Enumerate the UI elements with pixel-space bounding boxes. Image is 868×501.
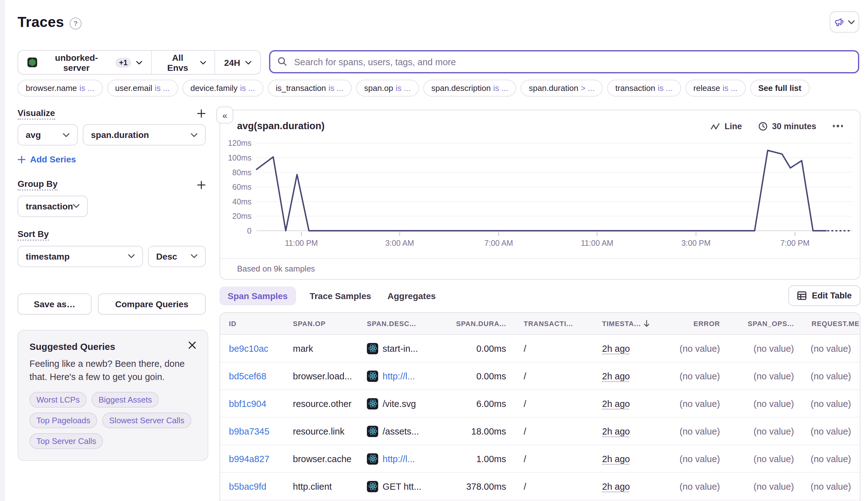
tab-aggregates[interactable]: Aggregates <box>385 286 438 305</box>
chip-condition: > ... <box>581 83 594 93</box>
column-header-request_method[interactable]: REQUEST.ME... <box>803 313 860 334</box>
nav-edge-strip <box>0 0 4 501</box>
tab-trace-samples[interactable]: Trace Samples <box>307 286 373 305</box>
span-id-link[interactable]: bd5cef68 <box>229 371 266 381</box>
chart-type-control[interactable]: Line <box>711 121 742 131</box>
collapse-sidebar-button[interactable]: « <box>216 107 233 124</box>
cell-span_duration: 18.00ms <box>440 418 515 445</box>
timestamp-text: 2h ago <box>602 454 630 464</box>
date-range-selector[interactable]: 24H <box>215 51 260 74</box>
span-id-link[interactable]: b5bac9fd <box>229 481 266 491</box>
cell-id: be9c10ac <box>220 335 284 362</box>
span_ops-text: (no value) <box>753 454 794 464</box>
filter-chip-span.description[interactable]: span.descriptionis ... <box>423 79 517 97</box>
span-description-link[interactable]: http://l... <box>383 371 415 381</box>
edit-table-button[interactable]: Edit Table <box>788 285 860 306</box>
aggregate-select[interactable]: avg <box>18 124 78 146</box>
cell-id: b9ba7345 <box>220 418 284 445</box>
column-header-timestamp[interactable]: TIMESTA... <box>593 313 658 334</box>
traces-page: Traces ? unborked-server +1 All Envs <box>0 0 868 501</box>
close-button[interactable] <box>187 340 198 352</box>
add-series-button[interactable]: Add Series <box>18 154 76 164</box>
column-label: ERROR <box>694 320 720 327</box>
suggested-query-pill[interactable]: Slowest Server Calls <box>102 413 191 428</box>
cell-span_description: http://l... <box>358 362 440 390</box>
chevron-down-icon <box>73 204 80 208</box>
add-visualize-button[interactable] <box>197 109 206 118</box>
suggested-query-pill[interactable]: Top Server Calls <box>30 433 103 449</box>
span-description-link[interactable]: http://l... <box>383 454 415 464</box>
column-header-span_description[interactable]: SPAN.DESC... <box>358 313 440 334</box>
group-by-select[interactable]: transaction <box>18 195 88 217</box>
request_method-text: (no value) <box>811 398 851 408</box>
cell-error: (no value) <box>658 362 729 390</box>
chip-field: span.op <box>364 83 393 93</box>
filter-chip-user.email[interactable]: user.emailis ... <box>107 79 178 97</box>
sort-field-select[interactable]: timestamp <box>18 245 143 267</box>
column-label: ID <box>229 320 236 327</box>
filter-chip-transaction[interactable]: transactionis ... <box>607 79 681 97</box>
help-icon[interactable]: ? <box>70 17 82 29</box>
chart-interval-control[interactable]: 30 minutes <box>758 121 816 131</box>
span-id-link[interactable]: be9c10ac <box>229 343 268 353</box>
filter-chip-device.family[interactable]: device.familyis ... <box>182 79 263 97</box>
environment-selector[interactable]: All Envs <box>152 51 214 74</box>
column-header-span_ops[interactable]: SPAN_OPS... <box>729 313 803 334</box>
cell-span_op: resource.link <box>284 418 358 445</box>
tab-span-samples[interactable]: Span Samples <box>220 286 296 305</box>
cell-request_method: (no value) <box>803 445 860 472</box>
project-selector[interactable]: unborked-server +1 <box>18 51 151 74</box>
cell-timestamp: 2h ago <box>593 362 658 390</box>
whats-new-button[interactable] <box>830 11 859 33</box>
filter-chip-span.op[interactable]: span.opis ... <box>356 79 419 97</box>
timestamp-text: 2h ago <box>602 426 630 436</box>
column-label: SPAN.OP <box>293 320 326 327</box>
add-group-by-button[interactable] <box>197 180 206 189</box>
span-id-link[interactable]: b994a827 <box>229 454 269 464</box>
sort-direction-select[interactable]: Desc <box>148 245 206 267</box>
column-header-transaction[interactable]: TRANSACTI... <box>515 313 593 334</box>
react-platform-icon <box>367 481 378 492</box>
save-as-button[interactable]: Save as… <box>18 293 92 315</box>
table-body: be9c10acmarkstart-in...0.00ms/2h ago(no … <box>220 335 860 501</box>
more-options-icon[interactable] <box>833 125 843 127</box>
chip-condition: is ... <box>658 83 673 93</box>
cell-error: (no value) <box>658 418 729 445</box>
suggested-query-pill[interactable]: Biggest Assets <box>92 392 159 407</box>
search-input[interactable] <box>269 50 859 73</box>
column-header-error[interactable]: ERROR <box>658 313 729 334</box>
cell-id: bbf1c904 <box>220 390 284 417</box>
filter-chip-span.duration[interactable]: span.duration> ... <box>521 79 603 97</box>
filter-chip-release[interactable]: releaseis ... <box>685 79 746 97</box>
column-header-span_op[interactable]: SPAN.OP <box>284 313 358 334</box>
visualize-field-select[interactable]: span.duration <box>83 124 206 146</box>
span-id-link[interactable]: bbf1c904 <box>229 398 266 408</box>
span_ops-text: (no value) <box>753 343 794 353</box>
compare-queries-button[interactable]: Compare Queries <box>98 293 206 315</box>
chevron-down-icon <box>191 254 198 258</box>
span_duration-text: 378.00ms <box>466 481 506 491</box>
suggested-query-pill[interactable]: Top Pageloads <box>30 413 97 428</box>
clock-icon <box>758 121 768 131</box>
filter-chip-browser.name[interactable]: browser.nameis ... <box>18 79 103 97</box>
suggested-query-pill[interactable]: Worst LCPs <box>30 392 86 407</box>
add-series-label: Add Series <box>30 154 76 164</box>
svg-text:3:00 AM: 3:00 AM <box>385 238 414 247</box>
span-id-link[interactable]: b9ba7345 <box>229 426 269 436</box>
cell-span_op: http.client <box>284 473 358 500</box>
column-header-id[interactable]: ID <box>220 313 284 334</box>
filter-chip-is_transaction[interactable]: is_transactionis ... <box>267 79 351 97</box>
see-full-list-button[interactable]: See full list <box>750 79 809 97</box>
table-row: bd5cef68browser.load...http://l...0.00ms… <box>220 362 860 390</box>
cell-timestamp: 2h ago <box>593 445 658 472</box>
svg-text:11:00 PM: 11:00 PM <box>285 238 318 247</box>
table-header-row: IDSPAN.OPSPAN.DESC...SPAN.DURA...TRANSAC… <box>220 313 860 335</box>
plus-icon <box>197 109 206 118</box>
cell-span_duration: 1.00ms <box>440 445 515 472</box>
span_op-text: http.client <box>293 481 332 491</box>
cell-span_op: mark <box>284 335 358 362</box>
cell-timestamp: 2h ago <box>593 473 658 500</box>
column-header-span_duration[interactable]: SPAN.DURA... <box>440 313 515 334</box>
chart-interval-label: 30 minutes <box>772 121 816 131</box>
cell-error: (no value) <box>658 335 729 362</box>
